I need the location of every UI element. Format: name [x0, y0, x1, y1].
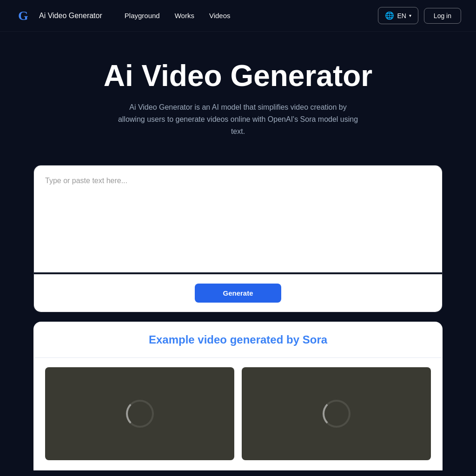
video-thumbnail-2[interactable] [242, 367, 431, 460]
chevron-down-icon: ▾ [409, 13, 411, 18]
login-button[interactable]: Log in [424, 8, 461, 24]
video-thumbnail-1[interactable] [45, 367, 234, 460]
examples-title: Example video generated by Sora [45, 333, 431, 346]
nav-link-works[interactable]: Works [175, 12, 194, 20]
hero-section: Ai Video Generator Ai Video Generator is… [0, 32, 476, 156]
examples-header: Example video generated by Sora [34, 322, 442, 358]
prompt-input[interactable] [34, 165, 442, 272]
nav-link-videos[interactable]: Videos [209, 12, 231, 20]
hero-subtitle: Ai Video Generator is an AI model that s… [117, 101, 359, 137]
logo-icon: G [15, 7, 32, 24]
generate-button[interactable]: Generate [195, 284, 281, 303]
navbar-left: G Ai Video Generator Playground Works Vi… [15, 7, 231, 24]
site-title: Ai Video Generator [39, 12, 102, 20]
globe-icon: 🌐 [385, 11, 394, 20]
nav-links: Playground Works Videos [125, 12, 231, 20]
examples-grid [34, 358, 442, 469]
language-selector[interactable]: 🌐 EN ▾ [378, 7, 418, 24]
navbar: G Ai Video Generator Playground Works Vi… [0, 0, 476, 32]
loading-spinner-2 [323, 400, 350, 428]
generator-card: Generate [33, 165, 443, 312]
loading-spinner-1 [126, 400, 154, 428]
navbar-right: 🌐 EN ▾ Log in [378, 7, 461, 24]
nav-link-playground[interactable]: Playground [125, 12, 160, 20]
logo-letter: G [18, 8, 28, 23]
examples-card: Example video generated by Sora [33, 322, 443, 470]
hero-title: Ai Video Generator [104, 60, 373, 92]
lang-label: EN [397, 12, 406, 20]
card-footer: Generate [34, 274, 442, 312]
